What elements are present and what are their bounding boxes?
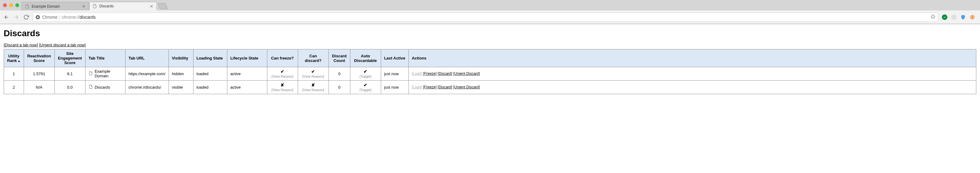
svg-marker-2 [931,14,935,19]
status-mark: ✔ [364,69,367,74]
col-auto-discardable[interactable]: Auto Discardable [350,49,381,67]
extension-icon-shield[interactable] [960,14,966,20]
col-lifecycle-state[interactable]: Lifecycle State [227,49,267,67]
tab-title: Example Domain [32,4,79,9]
back-button[interactable] [4,14,9,20]
cell-actions: [Load] [Freeze] [Discard] [Urgent Discar… [409,80,976,94]
col-visibility[interactable]: Visibility [169,49,193,67]
urgent-discard-tab-now-link[interactable]: [Urgent discard a tab now] [39,42,86,47]
discard-action[interactable]: [Discard] [438,85,452,89]
view-reason-link[interactable]: [View Reason] [272,74,293,79]
status-mark: ✘ [311,82,315,88]
url-host: chrome:// [62,15,80,20]
svg-point-1 [37,16,38,18]
view-reason-link[interactable]: [View Reason] [272,88,293,92]
col-can-freeze[interactable]: Can freeze? [267,49,298,67]
cell-rank: 2 [4,80,24,94]
cell-engagement: 0.0 [54,80,85,94]
new-tab-button[interactable] [158,3,168,9]
toolbar: Chrome | chrome://discards [0,10,980,24]
cell-reactivation: N/A [24,80,54,94]
view-reason-link[interactable]: [View Reason] [302,74,324,79]
view-reason-link[interactable]: [View Reason] [302,88,324,92]
col-utility-rank[interactable]: Utility Rank▲ [4,49,24,67]
col-last-active[interactable]: Last Active [381,49,409,67]
toggle-link[interactable]: [Toggle] [360,74,372,79]
extension-icon[interactable] [951,14,957,20]
col-tab-url[interactable]: Tab URL [125,49,169,67]
freeze-action[interactable]: [Freeze] [423,85,436,89]
table-row: 11.57818.1Example Domainhttps://example.… [4,67,976,81]
nav-buttons [4,14,29,20]
address-text: Chrome | chrome://discards [42,15,929,20]
url-path: discards [80,15,95,20]
titlebar: Example Domain Discards [0,0,980,10]
sort-asc-icon: ▲ [18,59,21,63]
status-mark: ✘ [280,82,284,88]
browser-tabs: Example Domain Discards [22,0,167,10]
tab-close-icon[interactable] [81,4,86,9]
discard-tab-now-link[interactable]: [Discard a tab now] [4,42,38,47]
toggle-link[interactable]: [Toggle] [360,88,372,92]
freeze-action[interactable]: [Freeze] [423,71,436,76]
address-bar[interactable]: Chrome | chrome://discards [33,13,938,22]
browser-tab-discards[interactable]: Discards [89,2,157,10]
cell-last-active: just now [381,67,409,81]
cell-tab-url: chrome://discards/ [125,80,169,94]
window-maximize-button[interactable] [15,3,19,7]
extension-icon[interactable] [942,14,947,20]
status-mark: ✔ [364,82,367,88]
page-content: Discards [Discard a tab now] [Urgent dis… [0,24,980,99]
col-loading-state[interactable]: Loading State [193,49,227,67]
col-site-engagement[interactable]: Site Engagement Score [54,49,85,67]
chrome-icon [35,15,40,20]
cell-tab-title: Discards [85,80,125,94]
load-action: [Load] [412,85,422,89]
urgent-discard-action[interactable]: [Urgent Discard] [453,71,480,76]
load-action: [Load] [412,71,422,76]
cell-actions: [Load] [Freeze] [Discard] [Urgent Discar… [409,67,976,81]
tab-title: Discards [99,4,147,8]
cell-can-freeze: ✘[View Reason] [267,80,298,94]
cell-auto-discardable: ✔[Toggle] [350,67,381,81]
page-icon [92,4,97,8]
col-actions[interactable]: Actions [409,49,976,67]
traffic-lights [3,3,19,7]
cell-tab-url: https://example.com/ [125,67,169,81]
page-icon [89,85,93,90]
col-tab-title[interactable]: Tab Title [85,49,125,67]
tab-title-text: Example Domain [95,69,122,78]
browser-tab-example-domain[interactable]: Example Domain [22,2,89,10]
reload-button[interactable] [23,14,29,20]
tab-close-icon[interactable] [149,4,153,8]
col-can-discard[interactable]: Can discard? [298,49,329,67]
window-close-button[interactable] [3,3,7,7]
cell-lifecycle: active [227,80,267,94]
cell-discard-count: 0 [329,67,350,81]
cell-tab-title: Example Domain [85,67,125,81]
cell-loading: loaded [193,67,227,81]
url-scheme-label: Chrome [42,15,57,20]
cell-auto-discardable: ✔[Toggle] [350,80,381,94]
table-row: 2N/A0.0Discardschrome://discards/visible… [4,80,976,94]
cell-visibility: visible [169,80,193,94]
col-discard-count[interactable]: Discard Count [329,49,350,67]
tab-title-text: Discards [95,85,110,90]
col-reactivation-score[interactable]: Reactivation Score [24,49,54,67]
window-minimize-button[interactable] [9,3,13,7]
top-action-links: [Discard a tab now] [Urgent discard a ta… [4,42,976,47]
bookmark-star-icon[interactable] [931,14,935,20]
cell-lifecycle: active [227,67,267,81]
cell-reactivation: 1.5781 [24,67,54,81]
svg-point-4 [972,16,973,18]
extension-icon[interactable] [970,14,975,20]
cell-last-active: just now [381,80,409,94]
discard-action[interactable]: [Discard] [438,71,452,76]
cell-visibility: hidden [169,67,193,81]
status-mark: ✔ [280,69,284,74]
cell-discard-count: 0 [329,80,350,94]
urgent-discard-action[interactable]: [Urgent Discard] [453,85,480,89]
extension-icons [942,14,976,20]
cell-can-freeze: ✔[View Reason] [267,67,298,81]
forward-button[interactable] [14,14,19,20]
